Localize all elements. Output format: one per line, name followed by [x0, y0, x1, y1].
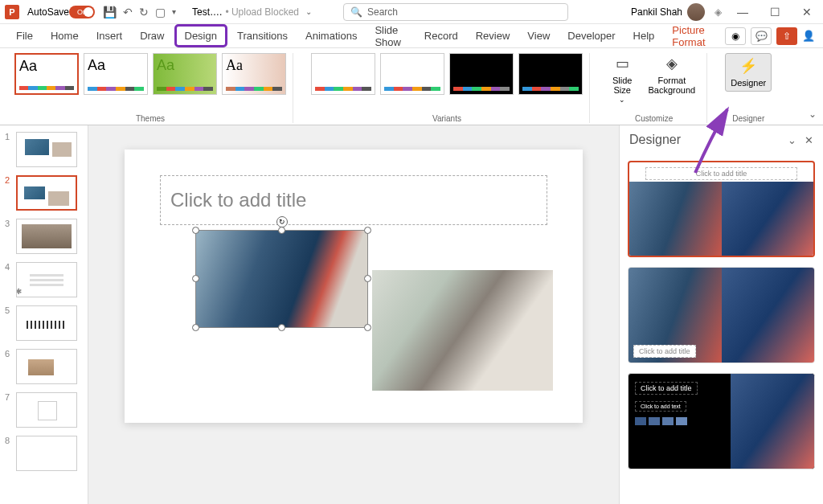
- slide-thumb-5[interactable]: [16, 305, 77, 341]
- tab-home[interactable]: Home: [43, 27, 87, 45]
- avatar: [687, 3, 705, 21]
- customize-label: Customize: [635, 114, 673, 123]
- search-placeholder: Search: [367, 6, 398, 18]
- close-button[interactable]: ✕: [796, 6, 818, 18]
- autosave-toggle[interactable]: AutoSave On: [27, 6, 95, 18]
- autosave-label: AutoSave: [27, 6, 69, 18]
- theme-thumb[interactable]: Aa: [153, 53, 217, 95]
- design-suggestion-2[interactable]: Click to add title: [628, 267, 815, 363]
- upload-status[interactable]: • Upload Blocked: [225, 6, 299, 18]
- search-icon: 🔍: [350, 6, 362, 18]
- rotate-handle[interactable]: ↻: [276, 216, 288, 227]
- record-button[interactable]: ◉: [725, 27, 746, 45]
- theme-thumb[interactable]: Aa: [84, 53, 148, 95]
- undo-icon[interactable]: ↶: [123, 6, 133, 18]
- title-dropdown[interactable]: ⌄: [305, 7, 312, 16]
- close-pane-button[interactable]: ✕: [805, 134, 813, 146]
- tab-animations[interactable]: Animations: [297, 27, 365, 45]
- user-name: Pankil Shah: [631, 6, 682, 18]
- tab-slideshow[interactable]: Slide Show: [366, 21, 414, 51]
- design-suggestion-3[interactable]: Click to add title Click to add text: [628, 373, 815, 469]
- tab-review[interactable]: Review: [468, 27, 518, 45]
- resize-handle[interactable]: [364, 275, 371, 282]
- slide-size-icon: ▭: [612, 55, 632, 74]
- maximize-button[interactable]: ☐: [764, 6, 786, 18]
- comments-button[interactable]: 💬: [751, 27, 772, 45]
- diamond-icon[interactable]: ◈: [714, 6, 722, 18]
- ribbon: Aa Aa Aa Aa Themes Variants ▭ Slide Size…: [0, 48, 823, 125]
- slideshow-icon[interactable]: ▢: [155, 6, 166, 18]
- collapse-ribbon[interactable]: ⌄: [809, 109, 817, 120]
- filename[interactable]: Test….: [192, 6, 222, 18]
- variant-thumb[interactable]: [380, 53, 444, 95]
- slide-thumb-8[interactable]: [16, 436, 77, 471]
- theme-thumb[interactable]: Aa: [14, 53, 79, 95]
- save-icon[interactable]: 💾: [103, 6, 117, 18]
- redo-icon[interactable]: ↻: [139, 6, 149, 18]
- resize-handle[interactable]: [278, 324, 285, 331]
- share-button[interactable]: ⇧: [776, 27, 797, 45]
- designer-suggestions[interactable]: Click to add title Click to add title Cl…: [620, 154, 823, 504]
- account-icon[interactable]: 👤: [802, 30, 815, 42]
- tab-developer[interactable]: Developer: [559, 27, 623, 45]
- tab-design[interactable]: Design: [174, 24, 227, 47]
- autosave-state: On: [77, 8, 87, 16]
- quick-access-toolbar: 💾 ↶ ↻ ▢ ▾: [103, 6, 176, 18]
- variants-gallery[interactable]: [311, 53, 583, 95]
- tab-draw[interactable]: Draw: [132, 27, 172, 45]
- chevron-down-icon[interactable]: ⌄: [788, 134, 796, 146]
- slide-thumb-6[interactable]: [16, 349, 77, 384]
- resize-handle[interactable]: [364, 227, 371, 234]
- variant-thumb[interactable]: [449, 53, 514, 95]
- slide-size-button[interactable]: ▭ Slide Size ⌄: [608, 53, 637, 106]
- designer-icon: ⚡: [739, 57, 758, 76]
- tab-record[interactable]: Record: [416, 27, 466, 45]
- tab-transitions[interactable]: Transitions: [229, 27, 296, 45]
- designer-pane: Designer ⌄ ✕ Click to add title Click to…: [619, 125, 823, 504]
- design-suggestion-1[interactable]: Click to add title: [628, 161, 815, 257]
- slide-canvas[interactable]: Click to add title ↻: [88, 125, 619, 504]
- slide-thumb-1[interactable]: [16, 132, 77, 167]
- ribbon-tabs: File Home Insert Draw Design Transitions…: [0, 24, 823, 48]
- resize-handle[interactable]: [364, 324, 371, 331]
- slide-thumb-7[interactable]: [16, 392, 77, 428]
- image-selected[interactable]: ↻: [195, 230, 368, 328]
- resize-handle[interactable]: [278, 227, 285, 234]
- designer-header: Designer ⌄ ✕: [620, 125, 823, 154]
- resize-handle[interactable]: [192, 324, 199, 331]
- variant-thumb[interactable]: [311, 53, 375, 95]
- resize-handle[interactable]: [192, 275, 199, 282]
- variant-thumb[interactable]: [518, 53, 583, 95]
- user-account[interactable]: Pankil Shah: [631, 3, 705, 21]
- theme-thumb[interactable]: Aa: [222, 53, 286, 95]
- slide-thumbnails[interactable]: 1 2 3 4✱ 5 6 7 8: [0, 125, 88, 504]
- title-placeholder[interactable]: Click to add title: [160, 175, 547, 225]
- themes-gallery[interactable]: Aa Aa Aa Aa: [14, 53, 286, 95]
- search-box[interactable]: 🔍 Search: [343, 3, 568, 21]
- tab-insert[interactable]: Insert: [88, 27, 131, 45]
- variants-label: Variants: [432, 114, 461, 123]
- designer-group-label: Designer: [732, 114, 764, 123]
- slide-thumb-2[interactable]: [16, 175, 77, 211]
- tab-help[interactable]: Help: [625, 27, 663, 45]
- resize-handle[interactable]: [192, 227, 199, 234]
- slide[interactable]: Click to add title ↻: [125, 150, 583, 423]
- minimize-button[interactable]: —: [731, 6, 754, 18]
- chevron-down-icon: ⌄: [619, 96, 625, 104]
- slide-thumb-3[interactable]: [16, 219, 77, 254]
- format-background-button[interactable]: ◈ Format Background: [643, 53, 700, 106]
- qat-dropdown[interactable]: ▾: [172, 7, 176, 16]
- slide-thumb-4[interactable]: ✱: [16, 262, 77, 297]
- format-bg-icon: ◈: [662, 55, 682, 74]
- main-area: 1 2 3 4✱ 5 6 7 8 Click to add title ↻: [0, 125, 823, 504]
- tab-picture-format[interactable]: Picture Format: [664, 21, 722, 51]
- themes-label: Themes: [136, 114, 165, 123]
- app-icon: P: [5, 5, 19, 19]
- tab-view[interactable]: View: [519, 27, 558, 45]
- image-desk[interactable]: [372, 270, 553, 391]
- tab-file[interactable]: File: [8, 27, 41, 45]
- designer-button[interactable]: ⚡ Designer: [725, 53, 772, 92]
